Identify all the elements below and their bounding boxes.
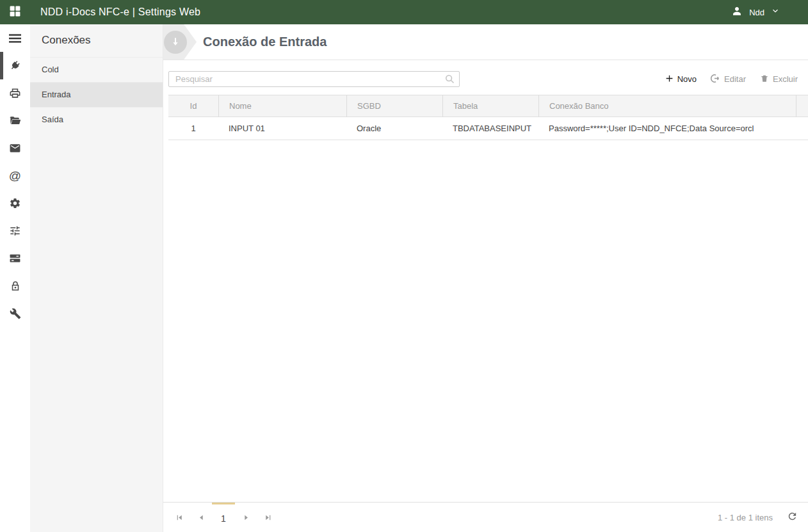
last-page-button[interactable] — [257, 503, 279, 532]
first-page-icon — [175, 513, 184, 524]
sidebar-item-entrada[interactable]: Entrada — [30, 82, 163, 107]
rail-item-mail[interactable] — [0, 134, 30, 162]
grid-header-row: Id Nome SGBD Tabela Conexão Banco — [168, 95, 808, 117]
rail-item-connections[interactable] — [0, 52, 30, 79]
folder-icon — [9, 115, 21, 127]
column-header-id[interactable]: Id — [168, 95, 218, 117]
next-page-button[interactable] — [235, 503, 257, 532]
plus-icon — [665, 74, 674, 85]
user-icon — [731, 5, 743, 19]
cell-conexao-banco: Password=*****;User ID=NDD_NFCE;Data Sou… — [538, 117, 796, 140]
pagination-bar: 1 1 - 1 de 1 itens — [163, 502, 808, 532]
sidebar-item-saida[interactable]: Saída — [30, 107, 163, 132]
user-menu[interactable]: Ndd — [731, 5, 808, 19]
page-title: Conexão de Entrada — [203, 35, 327, 49]
server-icon — [9, 252, 21, 264]
column-header-conexao-banco[interactable]: Conexão Banco — [538, 95, 796, 117]
edit-button[interactable]: Editar — [711, 74, 746, 85]
rail-item-print[interactable] — [0, 79, 30, 107]
top-bar: NDD i-Docs NFC-e | Settings Web Ndd — [0, 0, 808, 24]
user-name: Ndd — [749, 8, 764, 17]
rail-item-files[interactable] — [0, 107, 30, 134]
new-button-label: Novo — [677, 74, 697, 84]
first-page-button[interactable] — [168, 503, 190, 532]
column-header-spacer — [796, 95, 808, 117]
search-input[interactable] — [168, 71, 460, 87]
previous-page-button[interactable] — [190, 503, 212, 532]
at-sign-icon: @ — [9, 169, 21, 183]
column-header-tabela[interactable]: Tabela — [442, 95, 538, 117]
toolbar-actions: Novo Editar — [665, 74, 798, 85]
trash-icon — [760, 74, 769, 85]
cell-sgbd: Oracle — [346, 117, 442, 140]
rail-item-tools[interactable] — [0, 300, 30, 327]
refresh-icon — [787, 511, 798, 524]
rail-item-parameters[interactable] — [0, 217, 30, 245]
next-page-icon — [242, 513, 250, 524]
sliders-icon — [9, 225, 21, 237]
cell-id: 1 — [168, 117, 218, 140]
pager-info: 1 - 1 de 1 itens — [718, 513, 773, 522]
data-grid: Id Nome SGBD Tabela Conexão Banco 1 INPU… — [168, 95, 808, 140]
column-header-sgbd[interactable]: SGBD — [346, 95, 442, 117]
lock-icon — [10, 280, 21, 292]
delete-button[interactable]: Excluir — [760, 74, 798, 85]
previous-page-icon — [197, 513, 206, 524]
refresh-button[interactable] — [787, 511, 798, 524]
rail-item-security[interactable] — [0, 272, 30, 300]
last-page-icon — [264, 513, 272, 524]
toolbar: Novo Editar — [163, 60, 808, 95]
edit-button-label: Editar — [724, 74, 746, 84]
page-header: Conexão de Entrada — [163, 24, 808, 60]
mail-icon — [9, 142, 21, 154]
rail-item-database[interactable] — [0, 245, 30, 272]
page-number-1[interactable]: 1 — [212, 503, 235, 532]
table-row[interactable]: 1 INPUT 01 Oracle TBDATABASEINPUT Passwo… — [168, 117, 808, 140]
sidebar-item-cold[interactable]: Cold — [30, 57, 163, 82]
delete-button-label: Excluir — [773, 74, 798, 84]
search-icon[interactable] — [444, 74, 455, 87]
rail-item-email-settings[interactable]: @ — [0, 162, 30, 189]
chevron-down-icon — [771, 6, 780, 18]
app-title: NDD i-Docs NFC-e | Settings Web — [40, 6, 200, 18]
search-box — [168, 71, 460, 87]
gear-icon — [9, 197, 21, 209]
cell-nome: INPUT 01 — [218, 117, 346, 140]
column-header-nome[interactable]: Nome — [218, 95, 346, 117]
main-panel: Conexão de Entrada Novo — [163, 24, 808, 532]
hamburger-menu-icon — [9, 33, 21, 44]
plug-icon — [9, 60, 21, 72]
icon-rail: @ — [0, 24, 30, 532]
rail-item-settings[interactable] — [0, 189, 30, 217]
grid-logo-icon — [9, 5, 21, 20]
app-logo — [0, 5, 30, 20]
cell-spacer — [796, 117, 808, 140]
sidebar-connections: Conexões Cold Entrada Saída — [30, 24, 163, 532]
edit-icon — [711, 74, 720, 85]
wrench-icon — [10, 308, 21, 319]
circle-down-arrow-icon — [164, 31, 187, 54]
sidebar-title: Conexões — [30, 24, 163, 57]
new-button[interactable]: Novo — [665, 74, 697, 85]
hamburger-menu-button[interactable] — [0, 24, 30, 52]
cell-tabela: TBDATABASEINPUT — [442, 117, 538, 140]
printer-icon — [9, 87, 21, 99]
